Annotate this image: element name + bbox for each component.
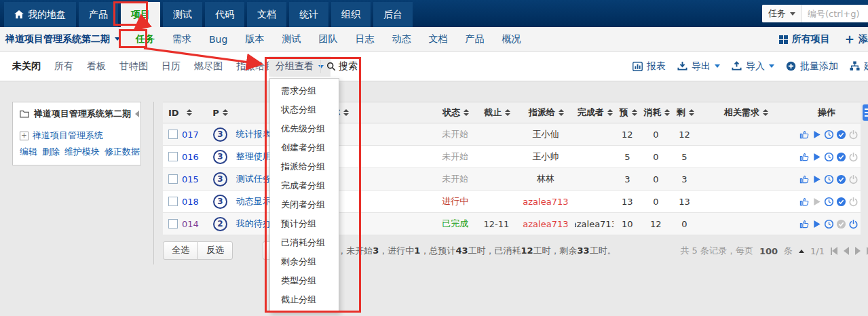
close-icon[interactable] <box>848 174 858 184</box>
header-assigned[interactable]: 指派给 <box>517 106 575 119</box>
close-icon[interactable] <box>848 129 858 140</box>
row-checkbox[interactable] <box>168 174 178 184</box>
row-checkbox[interactable] <box>168 197 178 206</box>
task-id-link[interactable]: 014 <box>182 219 199 229</box>
tab-code[interactable]: 代码 <box>205 2 244 27</box>
row-checkbox[interactable] <box>168 130 178 139</box>
finish-icon[interactable] <box>836 218 846 229</box>
tab-kanban[interactable]: 看板 <box>87 60 106 73</box>
header-deadline[interactable]: 截止 <box>477 106 517 119</box>
group-view-button[interactable]: 分组查看 <box>269 56 331 77</box>
header-priority[interactable]: P <box>206 108 235 118</box>
assign-icon[interactable] <box>799 174 810 184</box>
search-input[interactable] <box>802 9 868 19</box>
start-icon[interactable] <box>812 151 822 162</box>
nav-item-overview[interactable]: 概况 <box>502 33 521 45</box>
record-effort-icon[interactable] <box>824 196 834 207</box>
header-id[interactable]: ID <box>163 108 206 118</box>
menu-item-story-group[interactable]: 需求分组 <box>270 81 339 100</box>
select-all-button[interactable]: 全选 <box>163 241 198 260</box>
menu-item-assigned-group[interactable]: 指派给分组 <box>270 157 339 176</box>
nav-item-team[interactable]: 团队 <box>318 33 337 45</box>
column-config-icon[interactable] <box>863 104 868 121</box>
tab-org[interactable]: 组织 <box>331 2 371 27</box>
nav-item-task[interactable]: 任务 <box>133 33 157 46</box>
select-reverse-button[interactable]: 反选 <box>197 241 233 260</box>
search-scope-select[interactable]: 任务 <box>762 5 802 22</box>
menu-item-creator-group[interactable]: 创建者分组 <box>270 138 339 157</box>
import-button[interactable]: 导入 <box>732 60 774 73</box>
tab-project[interactable]: 项目 <box>121 2 160 27</box>
menu-item-remain-group[interactable]: 剩余分组 <box>270 252 339 271</box>
edit-link[interactable]: 编辑 <box>20 146 37 158</box>
tab-burndown[interactable]: 燃尽图 <box>194 60 223 73</box>
first-page-button[interactable] <box>831 247 837 255</box>
header-consumed[interactable]: 消耗 <box>642 106 671 119</box>
project-switcher[interactable]: 禅道项目管理系统第二期 <box>0 33 127 45</box>
menu-item-deadline-group[interactable]: 截止分组 <box>270 290 339 309</box>
start-icon[interactable] <box>812 129 822 140</box>
module-link[interactable]: 禅道项目管理系统 <box>33 130 103 142</box>
row-checkbox[interactable] <box>168 219 178 229</box>
batch-add-button[interactable]: 批量添加 <box>786 60 838 73</box>
nav-item-build[interactable]: 版本 <box>245 33 264 45</box>
prev-page-button[interactable] <box>844 247 849 255</box>
nav-item-effort[interactable]: 日志 <box>355 33 374 45</box>
header-remain[interactable]: 剩 <box>671 106 699 119</box>
tab-all[interactable]: 所有 <box>54 60 73 73</box>
menu-item-consumed-group[interactable]: 已消耗分组 <box>270 233 339 252</box>
delete-link[interactable]: 删除 <box>42 146 60 158</box>
assign-icon[interactable] <box>799 218 810 229</box>
finish-icon[interactable] <box>836 196 846 207</box>
assign-icon[interactable] <box>799 151 810 162</box>
nav-item-bug[interactable]: Bug <box>209 34 227 45</box>
record-effort-icon[interactable] <box>824 151 834 162</box>
chevron-up-icon[interactable] <box>799 250 804 253</box>
add-project-button[interactable]: + 添加 <box>845 33 868 45</box>
next-page-button[interactable] <box>855 247 861 255</box>
menu-item-closer-group[interactable]: 关闭者分组 <box>270 195 339 214</box>
finish-icon[interactable] <box>836 129 846 140</box>
start-icon[interactable] <box>812 196 822 207</box>
all-projects-button[interactable]: 所有项目 <box>779 33 830 45</box>
task-id-link[interactable]: 018 <box>182 197 199 207</box>
menu-item-estimate-group[interactable]: 预计分组 <box>270 214 339 233</box>
finish-icon[interactable] <box>836 174 846 184</box>
tab-gantt[interactable]: 甘特图 <box>119 60 148 73</box>
header-estimate[interactable]: 预 <box>614 106 642 119</box>
nav-item-dynamic[interactable]: 动态 <box>392 33 411 45</box>
nav-item-doc[interactable]: 文档 <box>428 33 447 45</box>
start-icon[interactable] <box>812 174 822 184</box>
task-id-link[interactable]: 016 <box>182 152 199 162</box>
header-story[interactable]: 相关需求 <box>700 106 793 119</box>
tab-unclosed[interactable]: 未关闭 <box>12 60 41 73</box>
tab-my-dashboard[interactable]: 我的地盘 <box>4 2 76 27</box>
assign-icon[interactable] <box>799 129 810 140</box>
tab-doc[interactable]: 文档 <box>247 2 286 27</box>
sidebar-splitter[interactable] <box>153 102 154 264</box>
nav-item-test[interactable]: 测试 <box>282 33 301 45</box>
row-checkbox[interactable] <box>168 152 178 161</box>
create-task-button[interactable]: 建 <box>850 60 868 73</box>
menu-item-status-group[interactable]: 状态分组 <box>270 100 339 119</box>
close-icon[interactable] <box>848 218 858 229</box>
export-button[interactable]: 导出 <box>677 60 720 73</box>
close-icon[interactable] <box>848 151 858 162</box>
tab-calendar[interactable]: 日历 <box>162 60 181 73</box>
assign-icon[interactable] <box>799 196 810 207</box>
menu-item-priority-group[interactable]: 优先级分组 <box>270 119 339 138</box>
record-effort-icon[interactable] <box>824 129 834 140</box>
tab-stats[interactable]: 统计 <box>289 2 328 27</box>
header-status[interactable]: 状态 <box>434 106 477 119</box>
header-finisher[interactable]: 完成者 <box>575 106 614 119</box>
start-icon[interactable] <box>812 218 822 229</box>
search-toggle-button[interactable]: 搜索 <box>326 56 358 77</box>
fix-data-link[interactable]: 修正数据 <box>105 146 140 158</box>
nav-item-product[interactable]: 产品 <box>465 33 484 45</box>
tab-admin[interactable]: 后台 <box>373 2 413 27</box>
record-effort-icon[interactable] <box>824 218 834 229</box>
close-icon[interactable] <box>848 196 858 207</box>
nav-item-story[interactable]: 需求 <box>172 33 191 45</box>
maintain-module-link[interactable]: 维护模块 <box>64 146 100 158</box>
task-id-link[interactable]: 015 <box>182 174 199 184</box>
